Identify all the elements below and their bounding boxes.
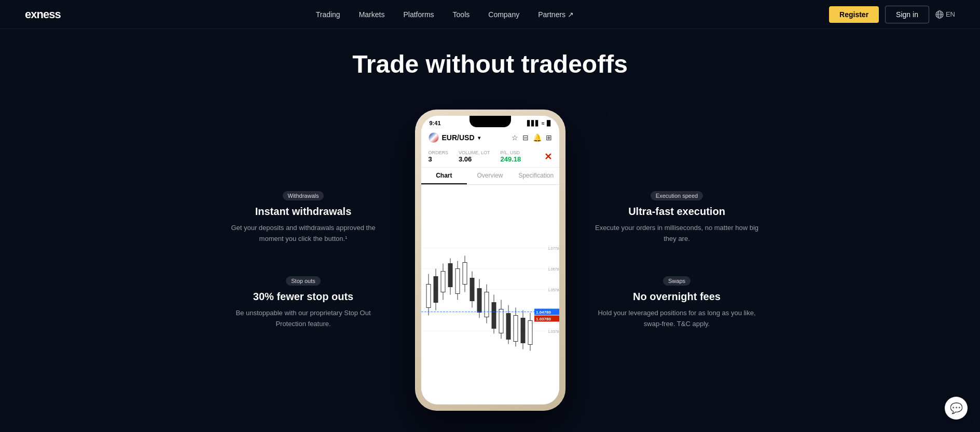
pnl-item: P/L, USD 249.18 bbox=[501, 150, 521, 163]
tag-execution: Execution speed bbox=[651, 191, 703, 200]
svg-rect-35 bbox=[492, 303, 496, 329]
feature-title-swaps: No overnight fees bbox=[594, 291, 760, 303]
feature-stopouts: Stop outs 30% fewer stop outs Be unstopp… bbox=[220, 276, 387, 330]
chat-icon: 💬 bbox=[950, 402, 963, 414]
volume-value: 3.06 bbox=[459, 155, 490, 163]
svg-rect-43 bbox=[521, 318, 525, 343]
tag-withdrawals: Withdrawals bbox=[283, 191, 324, 200]
currency-pair-label: EUR/USD bbox=[442, 133, 475, 142]
status-icons: ▋▋▋ ≈ ▉ bbox=[527, 120, 551, 126]
orders-count: ORDERS 3 bbox=[429, 150, 449, 163]
nav-markets[interactable]: Markets bbox=[359, 10, 385, 19]
phone-header-icons: ☆ ⊟ 🔔 ⊞ bbox=[512, 133, 552, 142]
navbar: exness Trading Markets Platforms Tools C… bbox=[0, 0, 980, 29]
feature-withdrawals: Withdrawals Instant withdrawals Get your… bbox=[220, 191, 387, 245]
right-features: Execution speed Ultra-fast execution Exe… bbox=[573, 191, 817, 329]
lang-label: EN bbox=[946, 10, 955, 18]
language-button[interactable]: EN bbox=[935, 10, 955, 19]
feature-execution: Execution speed Ultra-fast execution Exe… bbox=[594, 191, 760, 245]
nav-platforms[interactable]: Platforms bbox=[403, 10, 434, 19]
svg-rect-29 bbox=[470, 278, 474, 301]
orders-bar: ORDERS 3 VOLUME, LOT 3.06 P/L, USD 249.1… bbox=[421, 147, 559, 168]
svg-rect-21 bbox=[441, 272, 445, 292]
orders-value: 3 bbox=[429, 155, 449, 163]
svg-text:1.07780: 1.07780 bbox=[548, 247, 559, 250]
chat-bubble[interactable]: 💬 bbox=[945, 397, 968, 420]
phone-notch bbox=[470, 116, 511, 127]
feature-desc-swaps: Hold your leveraged positions for as lon… bbox=[594, 308, 760, 330]
svg-rect-5 bbox=[421, 233, 559, 357]
orders-label: ORDERS bbox=[429, 150, 449, 155]
pnl-value: 249.18 bbox=[501, 155, 521, 163]
star-icon[interactable]: ☆ bbox=[512, 133, 518, 142]
hero-section: Trade without tradeoffs Withdrawals Inst… bbox=[0, 29, 980, 411]
register-button[interactable]: Register bbox=[829, 6, 879, 23]
svg-rect-45 bbox=[528, 321, 532, 345]
volume-item: VOLUME, LOT 3.06 bbox=[459, 150, 490, 163]
svg-text:1.05780: 1.05780 bbox=[548, 288, 559, 292]
nav-right: Register Sign in EN bbox=[829, 6, 955, 23]
wifi-icon: ≈ bbox=[542, 120, 545, 126]
content-row: Withdrawals Instant withdrawals Get your… bbox=[153, 110, 827, 411]
svg-rect-37 bbox=[499, 309, 503, 333]
globe-icon bbox=[935, 10, 944, 19]
phone-device: 9:41 ▋▋▋ ≈ ▉ EUR/USD ▾ bbox=[415, 110, 565, 411]
svg-rect-25 bbox=[456, 269, 460, 294]
candlestick-chart: 1.07780 1.06780 1.05780 1.04780 1.03780 bbox=[421, 185, 559, 404]
phone-screen: 9:41 ▋▋▋ ≈ ▉ EUR/USD ▾ bbox=[421, 116, 559, 404]
feature-title-withdrawals: Instant withdrawals bbox=[220, 206, 387, 218]
feature-desc-withdrawals: Get your deposits and withdrawals approv… bbox=[220, 223, 387, 245]
phone-tabs: Chart Overview Specification bbox=[421, 168, 559, 185]
signin-button[interactable]: Sign in bbox=[885, 6, 929, 23]
nav-partners[interactable]: Partners ↗ bbox=[538, 10, 574, 19]
pnl-label: P/L, USD bbox=[501, 150, 521, 155]
bell-icon[interactable]: 🔔 bbox=[533, 133, 542, 142]
briefcase-icon[interactable]: ⊟ bbox=[522, 133, 529, 142]
nav-company[interactable]: Company bbox=[488, 10, 519, 19]
svg-rect-39 bbox=[506, 314, 510, 340]
tab-chart[interactable]: Chart bbox=[421, 168, 467, 184]
phone-time: 9:41 bbox=[430, 120, 441, 126]
svg-text:1.03780: 1.03780 bbox=[536, 317, 551, 321]
currency-pair[interactable]: EUR/USD ▾ bbox=[429, 132, 480, 143]
feature-title-execution: Ultra-fast execution bbox=[594, 206, 760, 218]
tag-stopouts: Stop outs bbox=[286, 276, 320, 286]
left-features: Withdrawals Instant withdrawals Get your… bbox=[163, 191, 407, 329]
feature-swaps: Swaps No overnight fees Hold your levera… bbox=[594, 276, 760, 330]
svg-rect-23 bbox=[448, 264, 452, 287]
logo[interactable]: exness bbox=[25, 8, 61, 21]
svg-rect-17 bbox=[426, 285, 431, 308]
close-order-button[interactable]: ✕ bbox=[544, 151, 552, 163]
signal-icon: ▋▋▋ bbox=[527, 120, 540, 126]
nav-tools[interactable]: Tools bbox=[453, 10, 470, 19]
svg-text:1.06780: 1.06780 bbox=[548, 267, 559, 271]
svg-text:1.04780: 1.04780 bbox=[536, 310, 551, 315]
tab-overview[interactable]: Overview bbox=[467, 168, 513, 184]
battery-icon: ▉ bbox=[547, 120, 551, 126]
svg-rect-27 bbox=[463, 263, 467, 285]
feature-title-stopouts: 30% fewer stop outs bbox=[220, 291, 387, 303]
nav-trading[interactable]: Trading bbox=[316, 10, 340, 19]
svg-text:1.03780: 1.03780 bbox=[548, 330, 559, 333]
menu-icon[interactable]: ⊞ bbox=[546, 133, 552, 142]
dropdown-arrow: ▾ bbox=[478, 135, 480, 141]
volume-label: VOLUME, LOT bbox=[459, 150, 490, 155]
tag-swaps: Swaps bbox=[663, 276, 691, 286]
svg-rect-31 bbox=[477, 289, 481, 313]
svg-rect-33 bbox=[485, 292, 489, 317]
phone-header: EUR/USD ▾ ☆ ⊟ 🔔 ⊞ bbox=[421, 128, 559, 147]
chart-area: 1.07780 1.06780 1.05780 1.04780 1.03780 bbox=[421, 185, 559, 404]
hero-title: Trade without tradeoffs bbox=[352, 50, 628, 78]
phone-mockup: 9:41 ▋▋▋ ≈ ▉ EUR/USD ▾ bbox=[407, 110, 573, 411]
svg-rect-41 bbox=[514, 316, 518, 342]
svg-rect-19 bbox=[434, 277, 438, 303]
currency-flag bbox=[429, 132, 439, 143]
feature-desc-stopouts: Be unstoppable with our proprietary Stop… bbox=[220, 308, 387, 330]
tab-specification[interactable]: Specification bbox=[513, 168, 559, 184]
feature-desc-execution: Execute your orders in milliseconds, no … bbox=[594, 223, 760, 245]
nav-links: Trading Markets Platforms Tools Company … bbox=[316, 10, 574, 19]
